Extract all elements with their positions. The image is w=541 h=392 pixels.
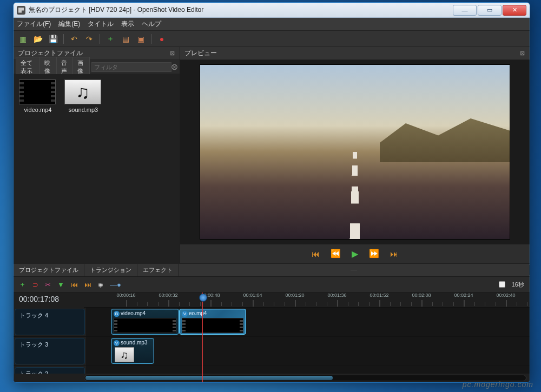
ruler-tick: 00:00:32 [159,293,177,298]
undo-icon[interactable]: ↶ [69,34,79,44]
clip-filmstrip-icon [114,318,176,333]
profile-icon[interactable]: ▤ [121,34,130,44]
preview-header: プレビュー ⊠ [180,47,530,60]
ruler-tick: 00:02:24 [454,293,473,298]
app-window: 無名のプロジェクト [HDV 720 24p] - OpenShot Video… [13,2,530,383]
timecode: 00:00:17:08 [19,295,59,303]
zoom-label: 16秒 [512,281,524,289]
track-lane[interactable] [86,366,530,374]
preview-frame [200,64,510,240]
separator [151,34,151,44]
tracks-container: トラック 4Bvideo.mp4Veo.mp4トラック 3Vsound.mp3♫… [14,308,530,374]
ruler-tick: 00:01:52 [370,293,388,298]
video-thumb-icon [19,79,56,104]
clip-note-icon: ♫ [115,347,134,362]
ruler-tick: 00:02:08 [412,293,431,298]
save-project-icon[interactable]: 💾 [48,34,58,44]
center-playhead-icon[interactable]: ◉ [98,281,103,288]
track-header[interactable]: トラック 2 [15,367,85,374]
timeline-clip[interactable]: Vsound.mp3♫ [111,338,154,364]
preview-art [380,114,510,162]
main-toolbar: ▥ 📂 💾 ↶ ↷ ＋ ▤ ▣ ● [14,31,530,47]
panel-undock-icon[interactable]: ⊠ [520,50,525,57]
maximize-button[interactable]: ▭ [478,5,502,16]
media-filter-row: 全て表示 映像 音声 画像 ⨂ [14,60,180,74]
track-header[interactable]: トラック 3 [15,338,85,364]
track-lane[interactable]: Bvideo.mp4Veo.mp4 [86,308,530,336]
menu-bar: ファイル(F) 編集(E) タイトル 表示 ヘルプ [14,18,530,31]
menu-help[interactable]: ヘルプ [142,19,161,29]
separator [100,34,100,44]
track-row: トラック 3Vsound.mp3♫ [14,337,530,366]
ruler-tick: 00:01:20 [285,293,304,298]
timeline-clip[interactable]: Bvideo.mp4 [111,309,179,335]
minimize-button[interactable]: — [453,5,477,16]
jump-end-icon[interactable]: ⏭ [390,249,398,258]
filter-input[interactable] [91,62,171,72]
timeline-ruler[interactable]: 00:00:17:08 00:00:1600:00:3200:00:4800:0… [84,293,530,308]
watermark: pc.mogeringo.com [463,380,533,389]
separator [63,34,64,44]
tab-transitions[interactable]: トランジション [84,264,137,276]
clear-filter-icon[interactable]: ⨂ [171,63,177,70]
ruler-tick: 00:02:40 [496,293,515,298]
clip-filmstrip-icon [182,318,243,333]
prev-marker-icon[interactable]: ⏮ [71,281,78,289]
title-bar[interactable]: 無名のプロジェクト [HDV 720 24p] - OpenShot Video… [14,3,530,18]
next-marker-icon[interactable]: ⏭ [84,281,91,289]
preview-art [344,152,366,240]
media-item-video[interactable]: video.mp4 [19,79,57,257]
marker-icon[interactable]: ▼ [57,281,64,289]
track-header[interactable]: トラック 4 [15,309,85,335]
audio-thumb-icon: ♫ [64,79,101,104]
track-lane[interactable]: Vsound.mp3♫ [86,337,530,366]
menu-edit[interactable]: 編集(E) [58,19,80,29]
middle-area: プロジェクトファイル ⊠ 全て表示 映像 音声 画像 ⨂ video.mp4 ♫… [14,47,530,263]
snap-icon[interactable]: ⊃ [32,281,38,289]
add-track-icon[interactable]: ＋ [19,280,26,289]
redo-icon[interactable]: ↷ [84,34,94,44]
transport-bar: ⏮ ⏪ ▶ ⏩ ⏭ [180,244,530,263]
menu-view[interactable]: 表示 [121,19,134,29]
clip-label: Vsound.mp3 [114,340,151,346]
zoom-slider[interactable]: —● [110,281,121,289]
track-row: トラック 2 [14,366,530,374]
ruler-tick: 00:01:04 [243,293,262,298]
import-icon[interactable]: ＋ [105,34,115,44]
menu-file[interactable]: ファイル(F) [17,19,51,29]
preview-title: プレビュー [184,49,217,58]
project-files-panel: プロジェクトファイル ⊠ 全て表示 映像 音声 画像 ⨂ video.mp4 ♫… [14,47,180,263]
timeline-clip[interactable]: Veo.mp4 [179,309,246,335]
grip-icon[interactable]: ┄┄ [179,265,530,275]
menu-title[interactable]: タイトル [88,19,114,29]
zoom-checkbox[interactable] [499,281,505,288]
track-row: トラック 4Bvideo.mp4Veo.mp4 [14,308,530,337]
timeline-toolbar: ＋ ⊃ ✂ ▼ ⏮ ⏭ ◉ —● 16秒 [14,276,530,293]
ruler-tick: 00:00:16 [116,293,135,298]
panel-undock-icon[interactable]: ⊠ [170,50,175,57]
scrollbar-thumb[interactable] [85,376,333,380]
open-project-icon[interactable]: 📂 [33,34,43,44]
bottom-tabs: プロジェクトファイル トランジション エフェクト ┄┄ [14,263,530,276]
playhead[interactable] [202,293,203,382]
media-item-audio[interactable]: ♫ sound.mp3 [64,79,102,257]
window-title: 無名のプロジェクト [HDV 720 24p] - OpenShot Video… [29,5,203,15]
preview-viewport[interactable] [180,60,530,244]
media-label: video.mp4 [19,107,57,113]
fast-forward-icon[interactable]: ⏩ [369,249,379,258]
timeline-scrollbar[interactable] [84,375,526,381]
play-icon[interactable]: ▶ [352,249,358,259]
jump-start-icon[interactable]: ⏮ [312,249,320,258]
razor-icon[interactable]: ✂ [45,281,51,289]
new-project-icon[interactable]: ▥ [18,34,28,44]
media-list[interactable]: video.mp4 ♫ sound.mp3 [14,74,180,263]
close-button[interactable]: ✕ [503,5,526,16]
rewind-icon[interactable]: ⏪ [331,249,341,258]
tab-effects[interactable]: エフェクト [137,264,179,276]
app-icon [17,6,25,15]
preview-panel: プレビュー ⊠ ⏮ ⏪ ▶ ⏩ ⏭ [180,47,530,263]
fullscreen-icon[interactable]: ▣ [136,34,146,44]
timeline[interactable]: 00:00:17:08 00:00:1600:00:3200:00:4800:0… [14,293,530,382]
tab-project-files[interactable]: プロジェクトファイル [14,264,84,276]
export-icon[interactable]: ● [157,34,167,44]
